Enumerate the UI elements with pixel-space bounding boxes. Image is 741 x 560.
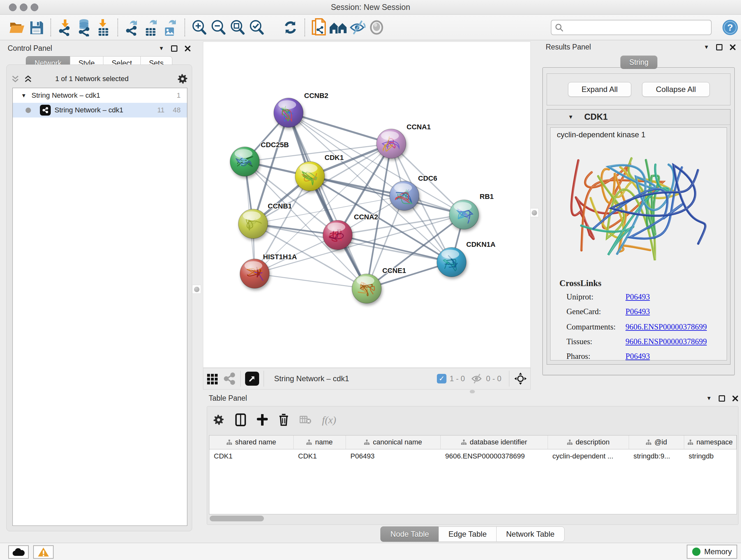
string-results-body: Expand All Collapse All ▼ CDK1 cyclin-de… [542,67,735,375]
table-row[interactable]: CDK1CDK1P064939606.ENSP00000378699cyclin… [209,449,737,463]
memory-button[interactable]: Memory [687,545,737,559]
import-network-file-button[interactable] [56,18,75,37]
table-panel-maximize-button[interactable] [719,395,725,401]
hidden-eye-slash-icon[interactable] [471,374,483,384]
toolbar-separator [185,18,185,37]
gene-description: cyclin-dependent kinase 1 [557,130,646,139]
control-panel-close-icon[interactable] [185,45,191,52]
main-toolbar: ? [0,15,741,40]
network-options-gear-icon[interactable] [177,73,188,84]
import-table-file-button[interactable] [94,18,113,37]
table-cell[interactable]: cyclin-dependent ... [548,449,629,463]
network-collection-row[interactable]: ▼ String Network – cdk1 1 [13,88,187,103]
table-cell[interactable]: P06493 [346,449,441,463]
help-button[interactable]: ? [722,19,738,37]
control-panel-maximize-button[interactable] [171,45,178,52]
horizontal-splitter-handle[interactable] [470,390,475,393]
delete-table-icon[interactable] [300,415,311,424]
left-splitter-handle[interactable] [192,285,201,294]
column-header-canonical-name[interactable]: canonical name [346,435,441,449]
network-canvas[interactable]: CCNB2CCNA1CDC25BCDK1CDC6RB1CCNB1CCNA2CDK… [203,42,531,368]
string-document-button[interactable] [310,18,329,37]
collapse-all-icon[interactable] [11,75,19,83]
gene-section: ▼ CDK1 cyclin-dependent kinase 1 CrossLi… [547,109,731,365]
expand-all-button[interactable]: Expand All [568,82,631,97]
network-overview-icon[interactable] [223,372,236,385]
tab-edge-table[interactable]: Edge Table [439,526,496,542]
column-header-shared-name[interactable]: shared name [209,435,293,449]
column-header--id[interactable]: @id [629,435,684,449]
crosslink-link[interactable]: 9606.ENSP00000378699 [625,322,707,331]
results-panel-float-button[interactable]: ▼ [704,44,709,50]
string-home-button[interactable] [329,18,348,37]
export-table-button[interactable] [142,18,161,37]
open-session-button[interactable] [8,18,27,37]
string-document-icon [311,18,327,37]
show-glass-button[interactable] [367,18,386,37]
function-builder-button[interactable]: f(x) [322,414,336,426]
create-column-icon[interactable] [257,414,268,426]
toolbar-separator [509,371,509,387]
open-in-window-button[interactable] [245,372,259,386]
table-panel-body: f(x) shared namenamecanonical namedataba… [207,406,738,525]
search-input[interactable] [551,20,712,35]
collection-expand-icon[interactable]: ▼ [21,93,26,98]
import-network-database-button[interactable] [75,18,94,37]
delete-column-icon[interactable] [279,414,289,426]
table-options-gear-icon[interactable] [213,414,224,426]
control-panel-float-button[interactable]: ▼ [158,46,164,51]
hide-glass-button[interactable] [348,18,367,37]
zoom-selected-icon [248,19,265,36]
help-icon: ? [722,19,738,36]
apply-layout-button[interactable] [281,18,300,37]
zoom-selected-button[interactable] [247,18,266,37]
tab-node-table[interactable]: Node Table [381,526,439,542]
table-cell[interactable]: stringdb:9... [629,449,684,463]
node-table-grid: shared namenamecanonical namedatabase id… [209,435,737,514]
zoom-out-button[interactable] [209,18,228,37]
column-header-database-identifier[interactable]: database identifier [441,435,548,449]
zoom-in-button[interactable] [190,18,209,37]
string-network-graph[interactable]: CCNB2CCNA1CDC25BCDK1CDC6RB1CCNB1CCNA2CDK… [203,42,530,368]
toolbar-separator [118,18,118,37]
save-session-button[interactable] [27,18,46,37]
table-cell[interactable]: CDK1 [209,449,293,463]
table-cell[interactable]: CDK1 [293,449,346,463]
table-panel: Table Panel ▼ f(x) [203,393,741,543]
show-columns-icon[interactable] [235,414,246,426]
fit-content-crosshair-icon[interactable] [514,372,527,385]
table-cell[interactable]: 9606.ENSP00000378699 [441,449,548,463]
warning-status-button[interactable] [33,545,54,559]
table-panel-close-icon[interactable] [732,395,738,401]
table-panel-float-button[interactable]: ▼ [706,395,712,401]
refresh-icon [282,19,298,36]
crosslink-link[interactable]: P06493 [625,352,650,361]
column-header-name[interactable]: name [293,435,346,449]
horizontal-scrollbar-thumb[interactable] [210,516,264,521]
network-row[interactable]: String Network – cdk1 11 48 [13,103,187,118]
gene-section-header[interactable]: ▼ CDK1 [547,110,730,125]
selected-nodes-checkbox[interactable]: ✓ [437,374,447,383]
collapse-all-button[interactable]: Collapse All [642,82,710,97]
network-type-icon [40,105,51,116]
crosslink-label: GeneCard: [566,307,625,316]
column-header-description[interactable]: description [548,435,629,449]
crosslink-label: Uniprot: [566,293,625,301]
export-image-button[interactable] [161,18,180,37]
gene-expand-icon[interactable]: ▼ [568,114,574,120]
column-header-namespace[interactable]: namespace [684,435,737,449]
right-splitter-handle[interactable] [530,208,539,217]
birdseye-grid-icon[interactable] [206,373,219,385]
expand-all-icon[interactable] [24,75,32,83]
zoom-fit-button[interactable] [228,18,247,37]
cloud-status-button[interactable] [8,545,29,559]
results-panel-close-icon[interactable] [730,44,736,51]
crosslink-link[interactable]: P06493 [625,293,650,301]
table-cell[interactable]: stringdb [684,449,737,463]
tab-network-table[interactable]: Network Table [496,526,564,542]
results-panel-maximize-button[interactable] [716,44,723,51]
tab-string[interactable]: String [620,56,657,69]
crosslink-link[interactable]: P06493 [625,307,650,316]
crosslink-link[interactable]: 9606.ENSP00000378699 [625,337,707,346]
export-network-button[interactable] [123,18,142,37]
